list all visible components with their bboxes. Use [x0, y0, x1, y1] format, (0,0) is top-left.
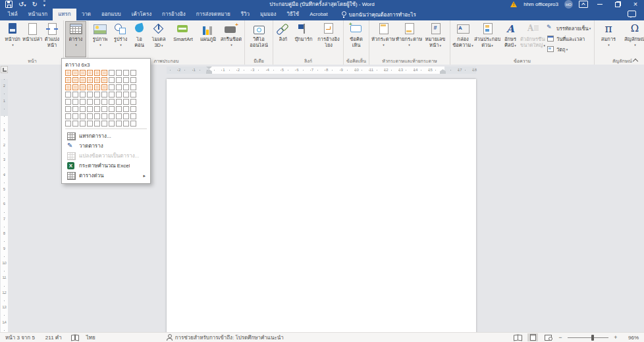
undo-dropdown-icon[interactable]: [24, 2, 26, 8]
tab-review[interactable]: รีวิว: [236, 9, 255, 20]
comments-panel-icon[interactable]: [628, 11, 636, 17]
document-page[interactable]: [167, 79, 476, 333]
grid-cell-3x3[interactable]: [80, 84, 86, 90]
grid-cell-3x6[interactable]: [80, 106, 86, 112]
zoom-slider[interactable]: [568, 337, 608, 338]
grid-cell-4x6[interactable]: [87, 106, 93, 112]
tell-me-box[interactable]: บอกฉันว่าคุณต้องการทำอะไร: [341, 9, 416, 20]
restore-button[interactable]: [612, 0, 624, 9]
grid-cell-1x1[interactable]: [65, 70, 71, 76]
grid-cell-6x2[interactable]: [101, 77, 107, 83]
zoom-in-button[interactable]: +: [613, 334, 618, 341]
grid-cell-1x2[interactable]: [65, 77, 71, 83]
chart-button[interactable]: แผนภูมิ: [197, 21, 219, 57]
grid-cell-10x5[interactable]: [130, 99, 136, 105]
grid-cell-10x8[interactable]: [130, 121, 136, 127]
grid-cell-9x8[interactable]: [123, 121, 129, 127]
warning-icon[interactable]: [510, 1, 518, 8]
grid-cell-5x3[interactable]: [94, 84, 100, 90]
read-mode-button[interactable]: [512, 333, 523, 341]
screenshot-button[interactable]: สกรีนช็อต: [219, 21, 243, 57]
smartart-button[interactable]: SmartArt: [169, 21, 197, 57]
grid-cell-8x8[interactable]: [116, 121, 122, 127]
pictures-button[interactable]: รูปภาพ: [90, 21, 111, 57]
grid-cell-8x1[interactable]: [116, 70, 122, 76]
grid-cell-7x4[interactable]: [109, 92, 115, 98]
grid-cell-6x4[interactable]: [101, 92, 107, 98]
grid-cell-9x6[interactable]: [123, 106, 129, 112]
minimize-button[interactable]: [594, 0, 606, 9]
close-button[interactable]: [630, 0, 641, 9]
zoom-level[interactable]: 96%: [623, 335, 639, 341]
word-count[interactable]: 211 คำ: [45, 333, 62, 342]
grid-cell-7x3[interactable]: [109, 84, 115, 90]
object-button[interactable]: วัตถุ: [545, 44, 593, 54]
undo-button[interactable]: [18, 1, 26, 8]
tab-home[interactable]: หน้าแรก: [23, 9, 53, 20]
tab-layout[interactable]: เค้าโครง: [126, 9, 157, 20]
grid-cell-3x8[interactable]: [80, 121, 86, 127]
grid-cell-6x8[interactable]: [101, 121, 107, 127]
grid-cell-5x5[interactable]: [94, 99, 100, 105]
grid-cell-9x2[interactable]: [123, 77, 129, 83]
grid-cell-7x5[interactable]: [109, 99, 115, 105]
excel-spreadsheet-menu-item[interactable]: กระดาษคำนวณ Excel: [65, 161, 147, 171]
quick-parts-button[interactable]: ส่วนประกอบด่วน: [474, 21, 500, 57]
blank-page-button[interactable]: หน้าเปล่า: [22, 21, 42, 57]
grid-cell-10x4[interactable]: [130, 92, 136, 98]
table-size-grid[interactable]: [65, 70, 147, 127]
page-number-button[interactable]: หมายเลขหน้า: [422, 21, 448, 57]
table-button[interactable]: ตาราง: [65, 21, 86, 57]
draw-table-menu-item[interactable]: วาดตาราง: [65, 141, 147, 151]
symbol-button[interactable]: สัญลักษณ์: [621, 21, 644, 57]
grid-cell-9x1[interactable]: [123, 70, 129, 76]
quick-tables-menu-item[interactable]: ตารางด่วน: [65, 171, 147, 181]
text-box-button[interactable]: กล่องข้อความ: [452, 21, 474, 57]
grid-cell-5x7[interactable]: [94, 113, 100, 119]
shapes-button[interactable]: รูปร่าง: [111, 21, 130, 57]
grid-cell-3x7[interactable]: [80, 113, 86, 119]
grid-cell-7x8[interactable]: [109, 121, 115, 127]
avatar[interactable]: HO: [564, 0, 573, 9]
grid-cell-2x1[interactable]: [72, 70, 78, 76]
grid-cell-10x2[interactable]: [130, 77, 136, 83]
grid-cell-1x8[interactable]: [65, 121, 71, 127]
header-button[interactable]: หัวกระดาษ: [371, 21, 396, 57]
grid-cell-9x3[interactable]: [123, 84, 129, 90]
tab-file[interactable]: ไฟล์: [3, 9, 23, 20]
grid-cell-6x3[interactable]: [101, 84, 107, 90]
ribbon-display-options-icon[interactable]: [579, 1, 588, 8]
grid-cell-9x5[interactable]: [123, 99, 129, 105]
grid-cell-1x4[interactable]: [65, 92, 71, 98]
grid-cell-7x7[interactable]: [109, 113, 115, 119]
tab-draw[interactable]: วาด: [76, 9, 96, 20]
save-icon[interactable]: [5, 1, 13, 8]
grid-cell-2x7[interactable]: [72, 113, 78, 119]
grid-cell-7x1[interactable]: [109, 70, 115, 76]
wordart-button[interactable]: อักษรศิลป์: [500, 21, 520, 57]
horizontal-ruler[interactable]: 211234567891011121314151718: [167, 67, 476, 74]
grid-cell-7x6[interactable]: [109, 106, 115, 112]
online-video-button[interactable]: วิดีโอออนไลน์: [246, 21, 271, 57]
grid-cell-8x5[interactable]: [116, 99, 122, 105]
3d-models-button[interactable]: โมเดล3D: [148, 21, 169, 57]
grid-cell-8x6[interactable]: [116, 106, 122, 112]
collapse-ribbon-button[interactable]: [632, 57, 639, 63]
grid-cell-3x4[interactable]: [80, 92, 86, 98]
zoom-out-button[interactable]: −: [558, 334, 563, 341]
grid-cell-8x4[interactable]: [116, 92, 122, 98]
grid-cell-1x3[interactable]: [65, 84, 71, 90]
language-indicator[interactable]: ไทย: [86, 333, 95, 342]
grid-cell-2x6[interactable]: [72, 106, 78, 112]
proofing-icon[interactable]: [71, 334, 80, 341]
grid-cell-4x4[interactable]: [87, 92, 93, 98]
date-time-button[interactable]: วันที่และเวลา: [545, 34, 593, 43]
comment-button[interactable]: ข้อคิดเห็น: [345, 21, 367, 57]
grid-cell-2x2[interactable]: [72, 77, 78, 83]
grid-cell-9x4[interactable]: [123, 92, 129, 98]
grid-cell-1x7[interactable]: [65, 113, 71, 119]
grid-cell-3x5[interactable]: [80, 99, 86, 105]
page-break-button[interactable]: ตัวแบ่งหน้า: [42, 21, 62, 57]
grid-cell-7x2[interactable]: [109, 77, 115, 83]
grid-cell-5x1[interactable]: [94, 70, 100, 76]
